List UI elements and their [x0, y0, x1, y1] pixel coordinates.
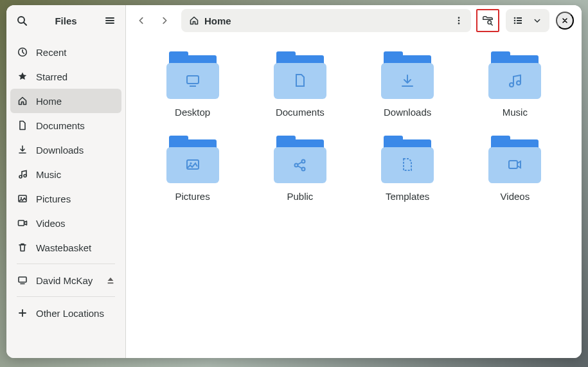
video-icon — [17, 217, 28, 229]
home-icon — [17, 95, 28, 107]
sidebar-item-user[interactable]: David McKay — [10, 268, 121, 292]
folder-icon — [488, 136, 541, 183]
headerbar: Home — [126, 5, 582, 36]
sidebar: Files Recent Starred — [6, 5, 126, 358]
forward-button[interactable] — [153, 9, 176, 32]
folder-icon — [381, 136, 434, 183]
clock-icon — [17, 46, 28, 58]
folder-label: Music — [503, 107, 528, 118]
sidebar-separator — [17, 264, 115, 264]
folder-label: Documents — [276, 107, 325, 118]
close-button[interactable] — [556, 12, 574, 30]
sidebar-item-label: Documents — [36, 120, 85, 131]
pathbar-menu-button[interactable] — [449, 11, 468, 30]
folder-icon — [381, 51, 434, 99]
folder-icon — [274, 51, 326, 99]
folder-item[interactable]: Public — [253, 136, 347, 202]
folder-label: Desktop — [175, 107, 210, 118]
folder-item[interactable]: Music — [468, 51, 562, 118]
svg-rect-11 — [19, 277, 26, 282]
hamburger-button[interactable] — [98, 9, 121, 32]
svg-point-17 — [514, 17, 516, 19]
content-area[interactable]: DesktopDocumentsDownloadsMusicPicturesPu… — [126, 36, 582, 358]
search-button[interactable] — [10, 9, 33, 32]
folder-item[interactable]: Pictures — [145, 136, 240, 202]
svg-rect-31 — [509, 161, 517, 168]
sidebar-item-label: Recent — [36, 47, 67, 58]
eject-button[interactable] — [106, 276, 115, 285]
chevron-left-icon — [137, 16, 146, 25]
star-icon — [17, 71, 28, 82]
files-window: Files Recent Starred — [6, 5, 582, 358]
document-icon — [17, 120, 28, 131]
nav-arrows — [130, 9, 180, 32]
sidebar-places-list: Recent Starred Home Documents — [6, 36, 125, 329]
folder-icon — [166, 136, 219, 183]
search-folder-button[interactable] — [478, 11, 497, 30]
picture-icon — [17, 193, 28, 204]
main: Home — [126, 5, 582, 358]
folder-icon — [166, 51, 219, 99]
svg-point-12 — [458, 17, 460, 19]
svg-line-1 — [24, 22, 26, 25]
view-options-dropdown[interactable] — [528, 11, 547, 30]
folder-item[interactable]: Downloads — [361, 51, 455, 118]
sidebar-item-other-locations[interactable]: Other Locations — [10, 301, 121, 325]
svg-point-14 — [458, 22, 460, 24]
sidebar-item-label: Downloads — [36, 145, 84, 156]
svg-rect-23 — [187, 76, 199, 84]
sidebar-item-wastebasket[interactable]: Wastebasket — [10, 235, 121, 260]
back-button[interactable] — [130, 9, 153, 32]
chevron-down-icon — [533, 17, 541, 24]
sidebar-item-videos[interactable]: Videos — [10, 211, 121, 235]
folder-item[interactable]: Desktop — [145, 51, 240, 118]
list-icon — [513, 15, 523, 26]
sidebar-item-music[interactable]: Music — [10, 162, 121, 186]
hamburger-icon — [105, 15, 115, 26]
svg-line-16 — [491, 24, 492, 25]
plus-icon — [17, 307, 28, 319]
folder-icon — [488, 51, 541, 99]
svg-rect-20 — [517, 20, 522, 21]
sidebar-item-label: Other Locations — [36, 308, 104, 319]
svg-rect-18 — [517, 17, 522, 19]
view-options — [506, 9, 549, 32]
home-icon — [189, 15, 199, 26]
folder-grid: DesktopDocumentsDownloadsMusicPicturesPu… — [145, 51, 562, 202]
folder-item[interactable]: Documents — [253, 51, 347, 118]
svg-point-13 — [458, 20, 460, 22]
sidebar-item-starred[interactable]: Starred — [10, 64, 121, 89]
music-icon — [17, 168, 28, 180]
sidebar-item-pictures[interactable]: Pictures — [10, 186, 121, 211]
sidebar-item-downloads[interactable]: Downloads — [10, 138, 121, 162]
folder-item[interactable]: Templates — [361, 136, 455, 202]
pathbar-location: Home — [204, 15, 231, 26]
pathbar[interactable]: Home — [181, 9, 471, 32]
highlighted-search-folder — [476, 9, 499, 32]
more-vertical-icon — [454, 16, 463, 25]
folder-label: Videos — [501, 191, 530, 202]
folder-label: Downloads — [384, 107, 431, 118]
svg-rect-10 — [19, 220, 24, 226]
sidebar-item-label: Videos — [36, 218, 66, 229]
list-view-button[interactable] — [508, 11, 528, 30]
folder-icon — [274, 136, 326, 183]
sidebar-item-label: David McKay — [36, 275, 93, 286]
sidebar-separator — [17, 296, 115, 297]
app-title: Files — [33, 15, 98, 26]
sidebar-item-label: Wastebasket — [36, 242, 91, 253]
svg-rect-22 — [517, 22, 522, 24]
monitor-icon — [17, 274, 28, 286]
sidebar-item-home[interactable]: Home — [10, 89, 121, 113]
sidebar-header: Files — [6, 5, 125, 36]
sidebar-item-label: Home — [36, 96, 62, 107]
folder-item[interactable]: Videos — [468, 136, 562, 202]
sidebar-item-label: Pictures — [36, 193, 71, 204]
folder-search-icon — [482, 15, 494, 26]
svg-point-19 — [514, 20, 516, 22]
trash-icon — [17, 242, 28, 253]
sidebar-item-documents[interactable]: Documents — [10, 113, 121, 138]
sidebar-item-label: Music — [36, 169, 61, 180]
sidebar-item-recent[interactable]: Recent — [10, 40, 121, 64]
folder-label: Pictures — [175, 191, 210, 202]
